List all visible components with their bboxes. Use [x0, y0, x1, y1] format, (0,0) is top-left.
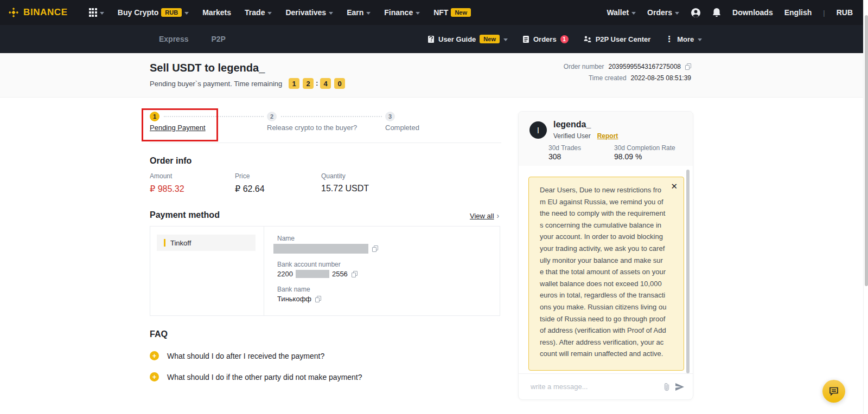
chevron-down-icon — [329, 12, 333, 15]
timer-digit: 1 — [289, 78, 299, 89]
plus-icon[interactable]: + — [150, 351, 159, 360]
rub-badge: RUB — [161, 8, 182, 17]
chat-bubble-icon — [828, 386, 839, 397]
card-divider — [264, 227, 264, 315]
nav-label: Downloads — [732, 8, 773, 17]
time-created-label: Time created — [589, 74, 627, 82]
copy-icon[interactable] — [685, 63, 691, 70]
redacted-name — [273, 244, 368, 254]
nav-label: Finance — [384, 8, 413, 17]
nav-label: NFT — [433, 8, 448, 17]
nav-finance[interactable]: Finance — [384, 8, 420, 17]
timer-digit: 4 — [320, 78, 331, 89]
view-all-link[interactable]: View all › — [470, 211, 499, 220]
binance-logo[interactable]: BINANCE — [8, 7, 68, 18]
more-menu[interactable]: ⋮ More — [665, 35, 702, 43]
faq-question: What should I do if the other party did … — [167, 373, 362, 381]
copy-icon[interactable] — [315, 296, 321, 302]
section-divider — [150, 143, 501, 143]
notice-text: Dear Users, Due to new restrictions from… — [540, 184, 667, 360]
nav-orders[interactable]: Orders — [647, 8, 679, 17]
support-chat-button[interactable] — [822, 380, 845, 403]
chat-scrollbar[interactable] — [686, 170, 690, 373]
faq-item[interactable]: + What should I do after I received the … — [150, 351, 324, 360]
order-number-value: 20395995543167275008 — [609, 63, 681, 70]
account-prefix: 2200 — [277, 270, 293, 278]
copy-icon[interactable] — [372, 245, 378, 252]
account-value: 2200 2556 — [277, 270, 358, 278]
completion-rate-label: 30d Completion Rate — [614, 144, 675, 152]
attachment-icon[interactable] — [663, 383, 670, 391]
payment-method-card: Tinkoff Name Bank account number 2200 25… — [150, 226, 500, 316]
nav-nft[interactable]: NFT New — [433, 8, 471, 17]
trades-value: 308 — [548, 152, 561, 161]
binance-diamond-icon — [8, 7, 20, 18]
nav-label: Derivatives — [285, 8, 326, 17]
nav-buy-crypto[interactable]: Buy Crypto RUB — [118, 8, 189, 17]
nav-downloads[interactable]: Downloads — [732, 8, 773, 17]
faq-title: FAQ — [150, 329, 168, 339]
step-connector — [281, 116, 382, 117]
tab-express[interactable]: Express — [159, 35, 188, 43]
time-created-value: 2022-08-25 08:51:39 — [631, 74, 691, 82]
counterparty-username[interactable]: legenda_ — [553, 120, 591, 130]
close-icon[interactable]: ✕ — [671, 182, 678, 191]
bank-name-value: Тинькофф — [277, 295, 321, 303]
plus-icon[interactable]: + — [150, 372, 159, 381]
chevron-down-icon — [366, 12, 371, 15]
tab-p2p[interactable]: P2P — [211, 35, 225, 43]
timer-separator: : — [316, 80, 318, 87]
nav-language[interactable]: English — [784, 8, 812, 17]
page-scrollbar-thumb[interactable] — [865, 15, 868, 286]
document-icon — [522, 35, 529, 43]
payment-method-tab-tinkoff[interactable]: Tinkoff — [157, 235, 256, 251]
nav-derivatives[interactable]: Derivatives — [285, 8, 333, 17]
payment-method-title: Payment method — [150, 210, 220, 220]
price-value: ₽ 62.64 — [235, 184, 265, 194]
nav-divider: | — [823, 9, 825, 17]
guide-book-icon — [427, 35, 435, 43]
page-title: Sell USDT to legenda_ — [150, 62, 265, 74]
nav-label: Earn — [347, 8, 363, 17]
order-status-row: Pending buyer`s payment. Time remaining … — [150, 78, 345, 89]
send-icon[interactable] — [675, 383, 684, 391]
faq-question: What should I do after I received the pa… — [167, 352, 324, 360]
chevron-right-icon: › — [497, 211, 500, 220]
chat-message-input[interactable] — [529, 382, 658, 391]
nav-trade[interactable]: Trade — [245, 8, 272, 17]
chevron-down-icon — [184, 12, 189, 15]
profile-button[interactable] — [691, 8, 701, 18]
nav-earn[interactable]: Earn — [347, 8, 371, 17]
top-navbar: BINANCE Buy Crypto RUB Markets Trade Der… — [0, 0, 868, 25]
user-guide-menu[interactable]: User Guide New — [427, 35, 508, 43]
nav-wallet[interactable]: Wallet — [607, 8, 636, 17]
order-number-label: Order number — [564, 63, 604, 70]
view-all-label: View all — [470, 212, 494, 220]
nav-currency[interactable]: RUB — [837, 8, 853, 17]
trades-label: 30d Trades — [548, 144, 581, 152]
notifications-button[interactable] — [712, 8, 721, 17]
account-label: Bank account number — [277, 261, 341, 268]
p2p-user-center-link[interactable]: P2P User Center — [583, 35, 651, 43]
account-suffix: 2556 — [332, 270, 348, 278]
copy-icon[interactable] — [352, 271, 358, 277]
counterparty-card: l legenda_ Verified User Report 30d Trad… — [519, 112, 693, 166]
nav-label: Markets — [202, 8, 231, 17]
faq-item[interactable]: + What should I do if the other party di… — [150, 372, 362, 381]
timer-digit: 2 — [303, 78, 314, 89]
chevron-down-icon — [503, 38, 508, 41]
report-link[interactable]: Report — [597, 132, 618, 140]
orders-menu[interactable]: Orders 1 — [522, 35, 569, 43]
new-badge: New — [451, 8, 471, 17]
order-info-title: Order info — [150, 156, 192, 166]
quantity-value: 15.72 USDT — [321, 184, 369, 193]
accent-bar — [164, 239, 165, 247]
highlight-annotation-box — [142, 108, 218, 141]
nav-label: Buy Crypto — [118, 8, 158, 17]
avatar[interactable]: l — [529, 121, 547, 139]
grid-icon — [89, 8, 97, 16]
nav-markets[interactable]: Markets — [202, 8, 231, 17]
apps-menu[interactable] — [89, 8, 104, 16]
chat-panel: l legenda_ Verified User Report 30d Trad… — [518, 111, 693, 400]
payment-method-name: Tinkoff — [170, 239, 191, 247]
